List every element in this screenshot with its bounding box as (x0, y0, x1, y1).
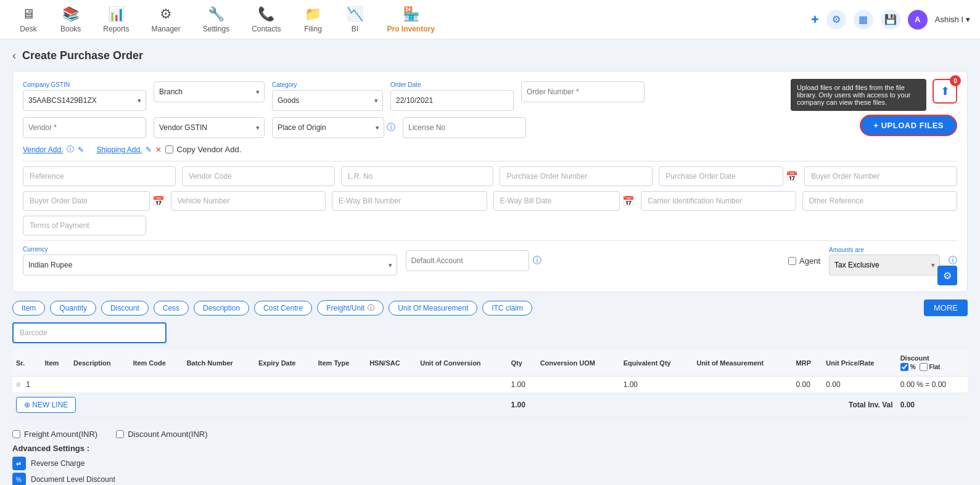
vendor-code-input[interactable] (182, 166, 335, 186)
default-account-input[interactable] (406, 250, 529, 271)
cell-equiv-qty[interactable]: 1.00 (620, 377, 693, 393)
nav-item-settings[interactable]: 🔧 Settings (194, 2, 238, 37)
vendor-add-link[interactable]: Vendor Add. (23, 145, 63, 154)
copy-vendor-checkbox[interactable]: Copy Vendor Add. (165, 145, 241, 154)
discount-flat-check[interactable]: Flat (920, 363, 941, 371)
shipping-edit-icon[interactable]: ✎ (146, 145, 152, 154)
agent-checkbox-label[interactable]: Agent (788, 256, 820, 266)
upload-files-button[interactable]: + UPLOAD FILES (860, 115, 957, 136)
barcode-input[interactable] (12, 322, 167, 343)
adv-doc-level-discount[interactable]: % Document Level Discount (12, 473, 968, 485)
order-number-input[interactable] (521, 81, 644, 102)
nav-menu: 🖥 Desk 📚 Books 📊 Reports ⚙ Manager 🔧 Set… (10, 2, 811, 37)
chip-itc-claim[interactable]: ITC claim (482, 301, 532, 316)
cell-batch[interactable] (183, 377, 255, 393)
nav-item-books[interactable]: 📚 Books (52, 2, 89, 37)
save-button[interactable]: 💾 (881, 10, 900, 30)
eway-bill-number-input[interactable] (332, 191, 487, 211)
shipping-add-link[interactable]: Shipping Add. (96, 145, 142, 154)
amounts-select[interactable]: Tax Exclusive (829, 255, 940, 275)
cell-mrp[interactable]: 0.00 (793, 377, 823, 393)
user-menu[interactable]: Ashish I ▾ (935, 15, 970, 24)
eway-bill-date-calendar-icon[interactable]: 📅 (622, 195, 635, 207)
cell-conv-uom[interactable] (537, 377, 620, 393)
freight-amount-label[interactable]: Freight Amount(INR) (12, 430, 97, 439)
cell-discount[interactable]: 0.00 % = 0.00 (897, 377, 968, 393)
agent-checkbox[interactable] (788, 257, 796, 265)
currency-select[interactable]: Indian Rupee (23, 255, 397, 275)
cell-qty[interactable]: 1.00 (507, 377, 536, 393)
order-date-input[interactable] (390, 90, 514, 111)
purchase-order-date-input[interactable] (659, 166, 783, 186)
shipping-remove-icon[interactable]: ✕ (155, 145, 162, 154)
vehicle-number-input[interactable] (171, 191, 326, 211)
license-no-input[interactable] (403, 117, 526, 138)
chip-description[interactable]: Description (194, 301, 249, 316)
discount-amount-label[interactable]: Discount Amount(INR) (116, 430, 207, 439)
add-button[interactable]: + (811, 12, 819, 28)
gear-settings-button[interactable]: ⚙ (937, 266, 957, 285)
place-of-origin-info-icon[interactable]: ⓘ (387, 122, 395, 133)
buyer-order-number-input[interactable] (804, 166, 957, 186)
vendor-input[interactable] (23, 117, 146, 138)
vendor-gstin-select[interactable]: Vendor GSTIN (154, 117, 265, 138)
nav-item-desk[interactable]: 🖥 Desk (10, 2, 47, 37)
chip-quantity[interactable]: Quantity (50, 301, 96, 316)
cell-hsn[interactable] (366, 377, 416, 393)
chip-uom[interactable]: Unit Of Measurement (389, 301, 477, 316)
nav-item-filing[interactable]: 📁 Filing (294, 2, 331, 37)
company-gstin-select[interactable]: 35AABCS1429B1ZX (23, 90, 146, 111)
discount-percent-check[interactable]: % (900, 363, 916, 371)
adv-reverse-charge[interactable]: ⇄ Reverse Charge (12, 457, 968, 470)
grid-button[interactable]: ▦ (854, 10, 873, 30)
chip-cess[interactable]: Cess (154, 301, 189, 316)
cell-unit-price[interactable]: 0.00 (822, 377, 896, 393)
nav-item-contacts[interactable]: 📞 Contacts (243, 2, 289, 37)
other-reference-input[interactable] (802, 191, 958, 211)
cell-item[interactable] (41, 377, 70, 393)
purchase-order-date-calendar-icon[interactable]: 📅 (786, 171, 798, 182)
default-account-info-icon[interactable]: ⓘ (533, 255, 541, 266)
buyer-order-date-input[interactable] (23, 191, 150, 211)
cell-uom[interactable] (693, 377, 792, 393)
chip-cost-centre[interactable]: Cost Centre (254, 301, 312, 316)
cell-item-code[interactable] (130, 377, 183, 393)
settings-gear-button[interactable]: ⚙ (826, 10, 846, 30)
discount-amount-checkbox[interactable] (116, 430, 124, 438)
vendor-group (23, 117, 146, 138)
chip-freight-unit[interactable]: Freight/Unit ⓘ (317, 300, 384, 316)
nav-item-reports[interactable]: 📊 Reports (94, 2, 138, 37)
back-button[interactable]: ‹ (12, 49, 16, 62)
lr-no-input[interactable] (341, 166, 494, 186)
avatar[interactable]: A (908, 10, 928, 30)
company-gstin-group: Company GSTIN 35AABCS1429B1ZX (23, 81, 146, 111)
branch-select[interactable]: Branch (154, 81, 265, 102)
cell-uoc[interactable] (416, 377, 507, 393)
eway-bill-date-input[interactable] (493, 191, 620, 211)
nav-label-books: Books (60, 25, 81, 33)
terms-of-payment-input[interactable] (23, 216, 146, 235)
cell-item-type[interactable] (315, 377, 366, 393)
cell-description[interactable] (70, 377, 130, 393)
purchase-order-number-input[interactable] (500, 166, 653, 186)
amounts-info-icon[interactable]: ⓘ (949, 255, 957, 266)
more-button[interactable]: MORE (924, 300, 968, 316)
chip-discount[interactable]: Discount (101, 301, 149, 316)
chip-item[interactable]: Item (12, 301, 45, 316)
nav-item-pro-inventory[interactable]: 🏪 Pro Inventory (378, 2, 443, 37)
reference-input[interactable] (23, 166, 176, 186)
vendor-edit-icon[interactable]: ✎ (78, 145, 84, 154)
default-account-group: ⓘ (406, 250, 780, 271)
vendor-info-icon[interactable]: ⓘ (67, 144, 74, 155)
copy-vendor-check-input[interactable] (165, 145, 173, 153)
freight-amount-checkbox[interactable] (12, 430, 20, 438)
cell-expiry[interactable] (255, 377, 315, 393)
upload-icon-button[interactable]: ⬆ 0 (933, 79, 957, 104)
nav-item-bi[interactable]: 📉 BI (336, 2, 373, 37)
carrier-id-input[interactable] (641, 191, 796, 211)
buyer-order-date-calendar-icon[interactable]: 📅 (152, 195, 165, 207)
place-of-origin-select[interactable]: Place of Origin (272, 117, 384, 138)
new-line-button[interactable]: ⊕ NEW LINE (16, 397, 76, 413)
nav-item-manager[interactable]: ⚙ Manager (142, 2, 189, 37)
category-select[interactable]: Goods (272, 90, 383, 111)
